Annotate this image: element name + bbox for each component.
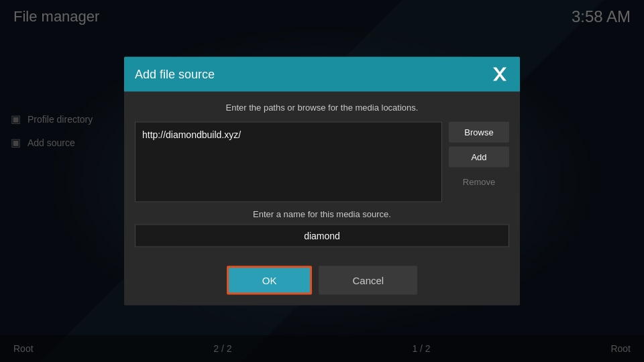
dialog-footer: OK Cancel xyxy=(124,258,520,306)
add-button[interactable]: Add xyxy=(449,147,509,168)
url-input-container[interactable]: http://diamondbuild.xyz/ xyxy=(135,122,442,202)
name-input[interactable] xyxy=(135,225,509,247)
action-buttons: Browse Add Remove xyxy=(449,122,509,202)
cancel-button[interactable]: Cancel xyxy=(319,266,417,295)
dialog-body: Enter the paths or browse for the media … xyxy=(124,92,520,258)
url-input-row: http://diamondbuild.xyz/ Browse Add Remo… xyxy=(135,122,509,202)
dialog-title: Add file source xyxy=(135,67,215,81)
add-file-source-dialog: Add file source Enter the paths or brows… xyxy=(124,57,520,306)
ok-button[interactable]: OK xyxy=(227,266,313,295)
dialog-header: Add file source xyxy=(124,57,520,92)
kodi-logo-svg xyxy=(492,66,508,82)
browse-button[interactable]: Browse xyxy=(449,122,509,143)
name-label: Enter a name for this media source. xyxy=(135,209,509,219)
svg-marker-0 xyxy=(493,68,506,81)
remove-button[interactable]: Remove xyxy=(449,172,509,192)
kodi-icon xyxy=(490,65,509,84)
dialog-subtitle: Enter the paths or browse for the media … xyxy=(135,103,509,113)
url-value: http://diamondbuild.xyz/ xyxy=(142,129,241,140)
